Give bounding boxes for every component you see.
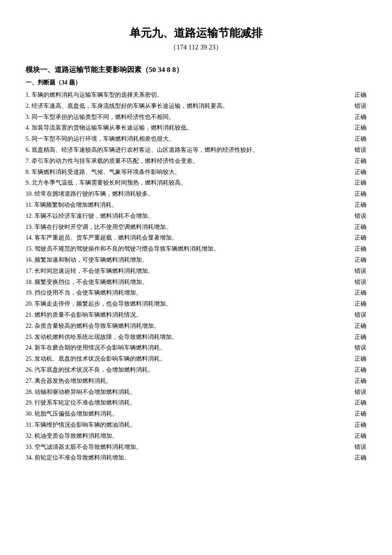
question-answer: 正确 — [351, 255, 366, 265]
question-text: 14. 客车严重超员、货车严重超载，燃料消耗会显著增加。 — [26, 233, 351, 243]
question-text: 8. 车辆燃料消耗受道路、气候、气象等环境条件影响较大。 — [26, 167, 351, 177]
question-item: 3. 同一车型承担的运输类型不同，燃料经济性也不相同。正确 — [26, 112, 366, 122]
question-item: 2. 经济车速高、底盘低，车身流线型好的车辆从事长途运输，燃料消耗要高。错误 — [26, 101, 366, 111]
question-item: 34. 前轮定位不准会导致燃料消耗增加。正确 — [26, 453, 366, 463]
question-item: 12. 车辆不以经济车速行驶，燃料消耗不会增加。错误 — [26, 211, 366, 221]
question-text: 25. 发动机、底盘的技术状况会影响车辆的燃料消耗。 — [26, 354, 351, 364]
question-item: 31. 车辆维护情况会影响车辆的燃油消耗。正确 — [26, 420, 366, 430]
question-text: 13. 车辆在行驶时开空调，比不使用空调燃料消耗增加。 — [26, 222, 351, 232]
question-text: 15. 驾驶员不规范的驾驶操作和不良的驾驶习惯会导致车辆燃料消耗增加。 — [26, 244, 351, 254]
question-item: 5. 同一车型不同的运行环境，车辆燃料消耗相差也很大。正确 — [26, 134, 366, 144]
question-answer: 正确 — [351, 398, 366, 408]
question-text: 22. 杂质含量较高的燃料会导致车辆燃料消耗增加。 — [26, 321, 351, 331]
question-answer: 错误 — [351, 310, 366, 320]
question-answer: 正确 — [351, 178, 366, 188]
question-answer: 错误 — [351, 211, 366, 221]
question-text: 23. 发动机燃料供给系统出现故障，会导致燃料消耗增加。 — [26, 332, 351, 342]
question-answer: 正确 — [351, 354, 366, 364]
question-text: 3. 同一车型承担的运输类型不同，燃料经济性也不相同。 — [26, 112, 351, 122]
question-answer: 正确 — [351, 453, 366, 463]
question-answer: 正确 — [351, 167, 366, 177]
question-item: 16. 频繁加速和制动，可使车辆燃料消耗增加。正确 — [26, 255, 366, 265]
question-item: 15. 驾驶员不规范的驾驶操作和不良的驾驶习惯会导致车辆燃料消耗增加。正确 — [26, 244, 366, 254]
question-item: 7. 牵引车的动力性与挂车承载的质量不匹配，燃料经济性会变差。正确 — [26, 156, 366, 166]
question-item: 28. 动轴和驱动桥异响不会增加燃料消耗。错误 — [26, 387, 366, 397]
question-item: 13. 车辆在行驶时开空调，比不使用空调燃料消耗增加。正确 — [26, 222, 366, 232]
question-answer: 正确 — [351, 244, 366, 254]
question-item: 11. 车辆频繁制动会增加燃料消耗。正确 — [26, 200, 366, 210]
question-answer: 正确 — [351, 112, 366, 122]
question-text: 7. 牵引车的动力性与挂车承载的质量不匹配，燃料经济性会变差。 — [26, 156, 351, 166]
question-answer: 错误 — [351, 277, 366, 287]
question-answer: 正确 — [351, 134, 366, 144]
question-text: 32. 机油变质会导致燃料消耗增加。 — [26, 431, 351, 441]
subtitle: （174 112 39 23） — [26, 43, 366, 52]
question-text: 18. 频繁变换挡位，不会使车辆燃料消耗增加。 — [26, 277, 351, 287]
question-answer: 正确 — [351, 299, 366, 309]
question-text: 4. 加装导流装置的货物运输车辆从事长途运输，燃料消耗较低。 — [26, 123, 351, 133]
question-item: 32. 机油变质会导致燃料消耗增加。正确 — [26, 431, 366, 441]
question-item: 27. 离合器发热会增加燃料消耗。正确 — [26, 376, 366, 386]
question-item: 26. 汽车底盘的技术状况不良，会增加燃料消耗。正确 — [26, 365, 366, 375]
question-answer: 错误 — [351, 442, 366, 452]
question-answer: 正确 — [351, 332, 366, 342]
question-item: 29. 行驶系车轮定位不准会增加燃料消耗。正确 — [26, 398, 366, 408]
section-title: 一、判断题（34 题） — [26, 79, 366, 87]
question-text: 28. 动轴和驱动桥异响不会增加燃料消耗。 — [26, 387, 351, 397]
question-answer: 错误 — [351, 101, 366, 111]
question-item: 24. 新车在磨合期的使用情况不会影响车辆燃料消耗。错误 — [26, 343, 366, 353]
question-item: 19. 挡位使用不当，会使车辆燃料消耗增加。正确 — [26, 288, 366, 298]
question-text: 30. 轮胎气压偏低会增加燃料消耗。 — [26, 409, 351, 419]
question-text: 9. 北方冬季气温低，车辆需要较长时间预热，燃料消耗较高。 — [26, 178, 351, 188]
question-item: 25. 发动机、底盘的技术状况会影响车辆的燃料消耗。正确 — [26, 354, 366, 364]
question-text: 34. 前轮定位不准会导致燃料消耗增加。 — [26, 453, 351, 463]
question-answer: 正确 — [351, 233, 366, 243]
question-answer: 正确 — [351, 189, 366, 199]
question-item: 8. 车辆燃料消耗受道路、气候、气象等环境条件影响较大。正确 — [26, 167, 366, 177]
question-item: 18. 频繁变换挡位，不会使车辆燃料消耗增加。错误 — [26, 277, 366, 287]
question-text: 33. 空气滤清器太脏不会导致燃料消耗增加。 — [26, 442, 351, 452]
question-text: 21. 燃料的质量不会影响车辆燃料消耗情况。 — [26, 310, 351, 320]
question-answer: 正确 — [351, 321, 366, 331]
question-answer: 正确 — [351, 90, 366, 100]
question-item: 23. 发动机燃料供给系统出现故障，会导致燃料消耗增加。正确 — [26, 332, 366, 342]
question-text: 11. 车辆频繁制动会增加燃料消耗。 — [26, 200, 351, 210]
question-item: 33. 空气滤清器太脏不会导致燃料消耗增加。错误 — [26, 442, 366, 452]
question-answer: 正确 — [351, 409, 366, 419]
question-text: 6. 底盘精高、经济车速较高的车辆进行农村客运、山区道路客运等，燃料的经济性较好… — [26, 145, 351, 155]
question-answer: 正确 — [351, 420, 366, 430]
question-answer: 错误 — [351, 387, 366, 397]
question-text: 17. 长时间怠速运转，不会使车辆燃料消耗增加。 — [26, 266, 351, 276]
question-answer: 错误 — [351, 343, 366, 353]
question-item: 30. 轮胎气压偏低会增加燃料消耗。正确 — [26, 409, 366, 419]
question-text: 5. 同一车型不同的运行环境，车辆燃料消耗相差也很大。 — [26, 134, 351, 144]
question-text: 24. 新车在磨合期的使用情况不会影响车辆燃料消耗。 — [26, 343, 351, 353]
question-item: 1. 车辆的燃料消耗与运输车辆车型的选择关系密切。正确 — [26, 90, 366, 100]
question-answer: 错误 — [351, 145, 366, 155]
question-answer: 正确 — [351, 222, 366, 232]
question-text: 27. 离合器发热会增加燃料消耗。 — [26, 376, 351, 386]
question-item: 22. 杂质含量较高的燃料会导致车辆燃料消耗增加。正确 — [26, 321, 366, 331]
question-text: 12. 车辆不以经济车速行驶，燃料消耗不会增加。 — [26, 211, 351, 221]
question-item: 9. 北方冬季气温低，车辆需要较长时间预热，燃料消耗较高。正确 — [26, 178, 366, 188]
main-title: 单元九、道路运输节能减排 — [26, 26, 366, 40]
question-answer: 正确 — [351, 123, 366, 133]
question-text: 31. 车辆维护情况会影响车辆的燃油消耗。 — [26, 420, 351, 430]
question-answer: 正确 — [351, 376, 366, 386]
question-item: 6. 底盘精高、经济车速较高的车辆进行农村客运、山区道路客运等，燃料的经济性较好… — [26, 145, 366, 155]
question-text: 29. 行驶系车轮定位不准会增加燃料消耗。 — [26, 398, 351, 408]
question-text: 26. 汽车底盘的技术状况不良，会增加燃料消耗。 — [26, 365, 351, 375]
question-answer: 正确 — [351, 156, 366, 166]
module-title: 模块一、道路运输节能主要影响因素（50 34 8 8） — [26, 65, 366, 75]
question-answer: 正确 — [351, 431, 366, 441]
question-text: 2. 经济车速高、底盘低，车身流线型好的车辆从事长途运输，燃料消耗要高。 — [26, 101, 351, 111]
question-item: 10. 经常在拥堵道路行驶的车辆，燃料消耗较多。正确 — [26, 189, 366, 199]
question-text: 16. 频繁加速和制动，可使车辆燃料消耗增加。 — [26, 255, 351, 265]
question-item: 21. 燃料的质量不会影响车辆燃料消耗情况。错误 — [26, 310, 366, 320]
question-answer: 正确 — [351, 365, 366, 375]
question-item: 20. 车辆走走停停，频繁起步，也会导致燃料消耗增加。正确 — [26, 299, 366, 309]
question-item: 4. 加装导流装置的货物运输车辆从事长途运输，燃料消耗较低。正确 — [26, 123, 366, 133]
question-answer: 正确 — [351, 200, 366, 210]
question-text: 20. 车辆走走停停，频繁起步，也会导致燃料消耗增加。 — [26, 299, 351, 309]
question-text: 10. 经常在拥堵道路行驶的车辆，燃料消耗较多。 — [26, 189, 351, 199]
